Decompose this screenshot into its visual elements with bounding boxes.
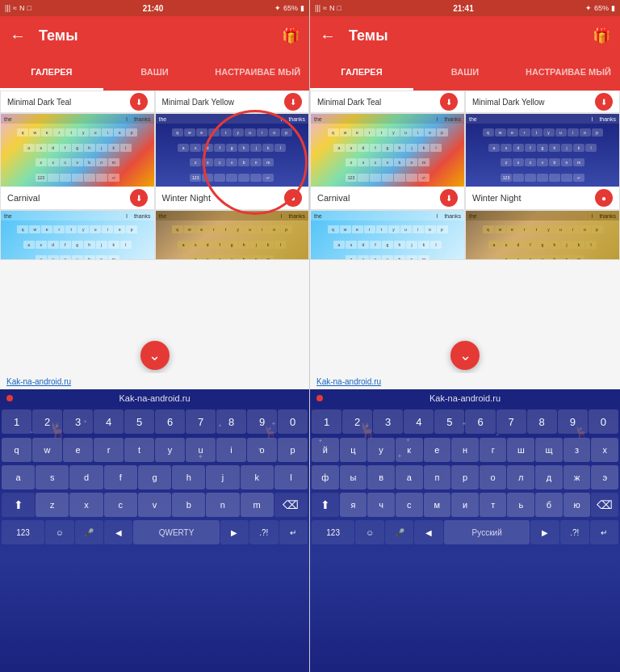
letter-key-ь[interactable]: ь xyxy=(507,493,534,517)
letter-key-m[interactable]: m xyxy=(241,493,274,517)
letter-key-б[interactable]: б xyxy=(535,493,563,517)
letter-key-j[interactable]: j xyxy=(206,465,239,489)
backspace-key[interactable]: ⌫ xyxy=(274,493,308,517)
back-button[interactable]: ← xyxy=(10,27,26,45)
letter-key-ч[interactable]: ч xyxy=(367,493,395,517)
theme-item-winter-night[interactable]: thelthanksqwertyuiopasdfghjklzxcvbnm123↵… xyxy=(465,113,620,210)
letter-key-e[interactable]: e xyxy=(63,438,93,462)
num-key-0[interactable]: 0 xyxy=(589,410,618,434)
letter-key-э[interactable]: э xyxy=(591,465,618,489)
letter-key-г[interactable]: г xyxy=(480,438,507,462)
letter-key-ф[interactable]: ф xyxy=(312,465,339,489)
num-key-7[interactable]: 7 xyxy=(186,410,216,434)
letter-key-ц[interactable]: ц xyxy=(340,438,367,462)
download-button-0[interactable]: ⬇ xyxy=(130,93,148,111)
letter-key-у[interactable]: у xyxy=(367,438,395,462)
letter-key-l[interactable]: l xyxy=(274,465,308,489)
num-key-6[interactable]: 6 xyxy=(155,410,185,434)
letter-key-o[interactable]: o xyxy=(247,438,277,462)
num-key-5[interactable]: 5 xyxy=(124,410,154,434)
letter-key-о[interactable]: о xyxy=(480,465,507,489)
letter-key-g[interactable]: g xyxy=(138,465,171,489)
theme-item-winter-night[interactable]: thelthanksqwertyuiopasdfghjklzxcvbnm123↵… xyxy=(155,113,310,210)
letter-key-w[interactable]: w xyxy=(32,438,62,462)
shift-key[interactable]: ⬆ xyxy=(312,493,339,517)
letter-key-ю[interactable]: ю xyxy=(563,493,591,517)
letter-key-c[interactable]: c xyxy=(104,493,137,517)
letter-key-п[interactable]: п xyxy=(424,465,451,489)
letter-key-n[interactable]: n xyxy=(206,493,239,517)
letter-key-л[interactable]: л xyxy=(507,465,534,489)
left-arrow-key[interactable]: ◀ xyxy=(414,520,443,544)
space-key[interactable]: QWERTY xyxy=(133,520,219,544)
enter-key[interactable]: ↵ xyxy=(279,520,308,544)
download-button-1[interactable]: ⬇ xyxy=(595,93,613,111)
letter-key-v[interactable]: v xyxy=(138,493,171,517)
theme-download-button[interactable]: ⬇ xyxy=(130,189,148,207)
num-key-4[interactable]: 4 xyxy=(94,410,124,434)
letter-key-k[interactable]: k xyxy=(241,465,274,489)
download-button-0[interactable]: ⬇ xyxy=(440,93,458,111)
num-key-1[interactable]: 1 xyxy=(2,410,31,434)
theme2-item-0[interactable]: thelthanksqwertyuiopasdfghjklzxcvbnm123↵ xyxy=(310,210,465,260)
theme2-item-1[interactable]: thelthanksqwertyuiopasdfghjklzxcvbnm123↵ xyxy=(155,210,310,260)
letter-key-е[interactable]: е xyxy=(424,438,451,462)
letter-key-с[interactable]: с xyxy=(396,493,423,517)
letter-key-н[interactable]: н xyxy=(451,438,479,462)
num-key-0[interactable]: 0 xyxy=(278,410,308,434)
letter-key-z[interactable]: z xyxy=(36,493,69,517)
tab-1[interactable]: ВАШИ xyxy=(103,55,207,90)
right-arrow-key[interactable]: ▶ xyxy=(530,520,559,544)
letter-key-ж[interactable]: ж xyxy=(563,465,591,489)
scroll-down-button[interactable]: ⌄ xyxy=(140,341,170,370)
letter-key-з[interactable]: з xyxy=(563,438,591,462)
letter-key-h[interactable]: h xyxy=(172,465,205,489)
back-button[interactable]: ← xyxy=(320,27,336,45)
letter-key-я[interactable]: я xyxy=(340,493,367,517)
letter-key-д[interactable]: д xyxy=(535,465,563,489)
num-key-3[interactable]: 3 xyxy=(373,410,403,434)
tab-1[interactable]: ВАШИ xyxy=(413,55,517,90)
punctuation-key[interactable]: .?! xyxy=(560,520,589,544)
gift-icon[interactable]: 🎁 xyxy=(282,27,300,44)
letter-key-щ[interactable]: щ xyxy=(535,438,563,462)
shift-key[interactable]: ⬆ xyxy=(2,493,35,517)
letter-key-а[interactable]: а xyxy=(396,465,423,489)
letter-key-a[interactable]: a xyxy=(2,465,35,489)
numbers-switch-key[interactable]: 123 xyxy=(2,520,44,544)
letter-key-ш[interactable]: ш xyxy=(507,438,534,462)
theme2-item-0[interactable]: thelthanksqwertyuiopasdfghjklzxcvbnm123↵ xyxy=(0,210,155,260)
letter-key-i[interactable]: i xyxy=(216,438,246,462)
theme-item-carnival[interactable]: thelthanksqwertyuiopasdfghjklzxcvbnm123↵… xyxy=(0,113,155,210)
website-link[interactable]: Kak-na-android.ru xyxy=(0,373,309,389)
letter-key-t[interactable]: t xyxy=(124,438,154,462)
letter-key-ы[interactable]: ы xyxy=(340,465,367,489)
backspace-key[interactable]: ⌫ xyxy=(591,493,618,517)
num-key-4[interactable]: 4 xyxy=(404,410,434,434)
num-key-1[interactable]: 1 xyxy=(312,410,341,434)
num-key-7[interactable]: 7 xyxy=(496,410,526,434)
space-key[interactable]: Русский xyxy=(444,520,530,544)
punctuation-key[interactable]: .?! xyxy=(249,520,278,544)
tab-2[interactable]: НАСТРАИВАЕ МЫЙ xyxy=(517,55,620,90)
right-arrow-key[interactable]: ▶ xyxy=(220,520,249,544)
letter-key-y[interactable]: y xyxy=(155,438,185,462)
num-key-8[interactable]: 8 xyxy=(527,410,557,434)
letter-key-d[interactable]: d xyxy=(69,465,103,489)
letter-key-p[interactable]: p xyxy=(278,438,308,462)
enter-key[interactable]: ↵ xyxy=(590,520,619,544)
letter-key-в[interactable]: в xyxy=(367,465,395,489)
mic-key[interactable]: 🎤 xyxy=(75,520,103,544)
letter-key-и[interactable]: и xyxy=(451,493,479,517)
website-link[interactable]: Kak-na-android.ru xyxy=(310,373,620,389)
letter-key-b[interactable]: b xyxy=(172,493,205,517)
letter-key-м[interactable]: м xyxy=(424,493,451,517)
scroll-down-button[interactable]: ⌄ xyxy=(450,341,480,370)
tab-0[interactable]: ГАЛЕРЕЯ xyxy=(0,55,103,90)
theme-active-button[interactable]: ● xyxy=(595,189,613,207)
gift-icon[interactable]: 🎁 xyxy=(593,27,610,44)
tab-2[interactable]: НАСТРАИВАЕ МЫЙ xyxy=(206,55,309,90)
num-key-6[interactable]: 6 xyxy=(465,410,495,434)
letter-key-x[interactable]: x xyxy=(69,493,103,517)
letter-key-q[interactable]: q xyxy=(2,438,31,462)
